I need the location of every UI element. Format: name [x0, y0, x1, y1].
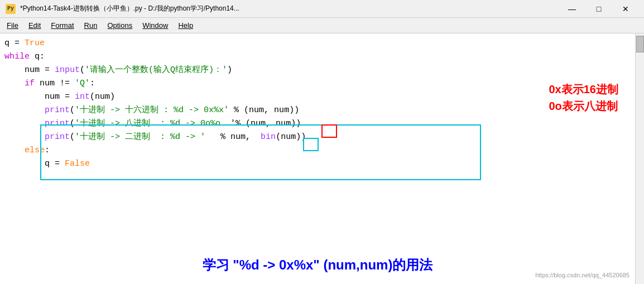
code-line-7: print('十进制 -> 八进制 : %d -> 0o%o '% (num, … [0, 117, 635, 131]
titlebar-controls: — □ ✕ [559, 0, 638, 18]
menu-item-help[interactable]: Help [174, 20, 198, 31]
code-line-6: print('十进制 -> 十六进制 : %d -> 0x%x' % (num,… [0, 104, 635, 117]
scrollbar[interactable] [635, 33, 644, 284]
maximize-button[interactable]: □ [586, 0, 612, 18]
annotation-line2: 0o表示八进制 [549, 98, 619, 114]
code-line-1: q = True [0, 37, 635, 50]
menu-item-options[interactable]: Options [103, 20, 137, 31]
python-icon: Py [6, 4, 16, 14]
menu-item-edit[interactable]: Edit [24, 20, 45, 31]
code-line-9: else: [0, 144, 635, 157]
close-button[interactable]: ✕ [613, 0, 638, 18]
watermark: https://blog.csdn.net/qq_44520685 [535, 268, 629, 282]
minimize-button[interactable]: — [559, 0, 585, 18]
code-line-10: q = False [0, 157, 635, 171]
code-editor[interactable]: q = True while q: num = input('请输入一个整数(输… [0, 33, 635, 284]
menu-item-window[interactable]: Window [138, 20, 172, 31]
titlebar-left: Py *Python14-Task4-进制转换（小甲鱼）.py - D:/我的p… [6, 4, 239, 14]
main-area: q = True while q: num = input('请输入一个整数(输… [0, 33, 644, 284]
menu-item-run[interactable]: Run [80, 20, 102, 31]
scroll-thumb[interactable] [636, 36, 644, 52]
titlebar-title: *Python14-Task4-进制转换（小甲鱼）.py - D:/我的pyth… [20, 4, 239, 13]
code-line-3: num = input('请输入一个整数(输入Q结束程序)：') [0, 64, 635, 77]
code-line-4: if num != 'Q': [0, 77, 635, 90]
code-line-8: print('十进制 -> 二进制 : %d -> ' % num, bin(n… [0, 131, 635, 144]
titlebar: Py *Python14-Task4-进制转换（小甲鱼）.py - D:/我的p… [0, 0, 644, 18]
menubar: FileEditFormatRunOptionsWindowHelp [0, 18, 644, 33]
code-line-2: while q: [0, 50, 635, 64]
code-line-5: num = int(num) [0, 90, 635, 104]
menu-item-file[interactable]: File [2, 20, 23, 31]
annotation-line1: 0x表示16进制 [549, 81, 619, 98]
right-annotation: 0x表示16进制 0o表示八进制 [549, 81, 619, 114]
menu-item-format[interactable]: Format [46, 20, 78, 31]
